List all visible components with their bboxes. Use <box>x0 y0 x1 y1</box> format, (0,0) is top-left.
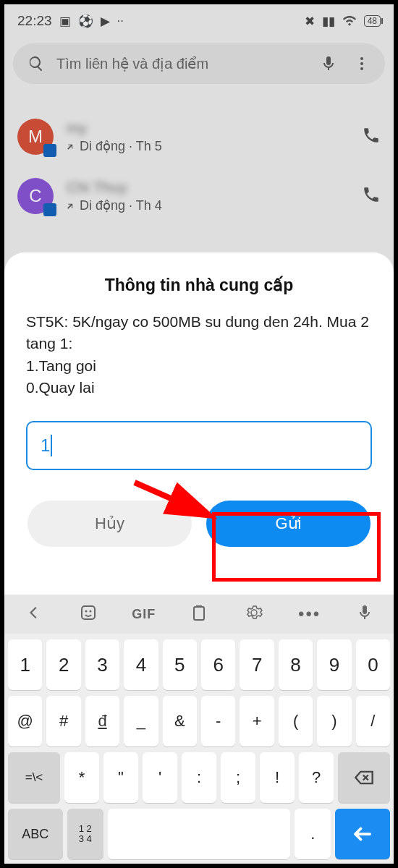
key[interactable]: 9 <box>317 639 351 690</box>
keyboard-row: @ # đ _ & - + ( ) / <box>8 696 390 746</box>
contact-subline: Di động · Th 4 <box>67 197 362 213</box>
kbd-settings-icon[interactable] <box>232 604 276 625</box>
call-icon[interactable] <box>362 185 381 207</box>
avatar: C <box>17 178 54 214</box>
status-time: 22:23 <box>17 13 52 29</box>
key[interactable]: & <box>163 696 197 746</box>
key[interactable]: 6 <box>201 639 235 690</box>
key[interactable]: 2 <box>46 639 80 690</box>
avatar: M <box>17 119 54 155</box>
key[interactable]: ( <box>279 696 313 746</box>
kbd-gif-button[interactable]: GIF <box>122 607 166 622</box>
cancel-button[interactable]: Hủy <box>27 501 192 547</box>
key[interactable]: + <box>240 696 274 746</box>
kbd-clipboard-icon[interactable] <box>177 604 221 625</box>
signal-icon: ▮▮ <box>322 14 335 29</box>
send-button[interactable]: Gửi <box>206 501 371 547</box>
incoming-icon <box>67 141 77 151</box>
mic-icon[interactable] <box>320 55 337 72</box>
key[interactable]: 3 <box>85 639 119 690</box>
key[interactable]: 1 <box>8 639 42 690</box>
key[interactable]: ' <box>143 752 177 803</box>
wifi-icon <box>342 12 357 30</box>
contact-row[interactable]: M my Di động · Th 5 <box>17 107 381 166</box>
svg-point-6 <box>90 610 92 612</box>
key[interactable]: đ <box>85 696 119 746</box>
key-numpad[interactable]: 1 2 3 4 <box>67 809 103 859</box>
key[interactable]: 0 <box>356 639 390 690</box>
key[interactable]: ; <box>221 752 255 803</box>
input-value: 1 <box>41 435 50 456</box>
more-dots-icon: ·· <box>117 14 124 28</box>
soccer-icon: ⚽ <box>78 14 93 29</box>
call-icon[interactable] <box>362 126 381 148</box>
video-icon: ▶ <box>101 14 110 29</box>
key[interactable]: ! <box>260 752 295 803</box>
svg-rect-7 <box>194 607 204 620</box>
key[interactable]: # <box>46 696 80 746</box>
search-bar[interactable]: Tìm liên hệ và địa điểm <box>13 43 385 84</box>
kbd-back-icon[interactable] <box>12 604 55 625</box>
text-cursor <box>51 435 52 456</box>
kbd-mic-icon[interactable] <box>343 604 386 625</box>
status-bar: 22:23 ▣ ⚽ ▶ ·· ✖ ▮▮ 48 <box>4 4 394 38</box>
kbd-sticker-icon[interactable] <box>67 604 110 625</box>
key[interactable]: 5 <box>163 639 197 690</box>
key[interactable]: 7 <box>240 639 274 690</box>
key-abc[interactable]: ABC <box>8 809 63 859</box>
keyboard-row: ABC 1 2 3 4 . <box>8 809 390 859</box>
key[interactable]: : <box>182 752 216 803</box>
kbd-more-icon[interactable]: ••• <box>288 604 331 624</box>
battery-icon: 48 <box>364 15 381 27</box>
key-enter[interactable] <box>335 809 390 859</box>
contact-name: my <box>67 119 362 137</box>
search-placeholder: Tìm liên hệ và địa điểm <box>56 55 320 72</box>
keyboard-row: =\< * " ' : ; ! ? <box>8 752 390 803</box>
svg-point-0 <box>360 57 363 60</box>
key-space[interactable] <box>108 809 290 859</box>
key-backspace[interactable] <box>338 752 390 803</box>
contact-subline: Di động · Th 5 <box>67 138 362 154</box>
incoming-icon <box>67 200 77 210</box>
key[interactable]: @ <box>8 696 42 746</box>
key[interactable]: ? <box>299 752 334 803</box>
svg-point-1 <box>360 62 363 65</box>
message-icon: ▣ <box>59 14 71 29</box>
key[interactable]: * <box>64 752 99 803</box>
keyboard: GIF ••• 1 2 3 4 5 6 7 8 9 0 @ # đ <box>4 595 394 864</box>
contact-list: M my Di động · Th 5 C Chi Thuy Di động ·… <box>4 90 394 226</box>
key[interactable]: - <box>201 696 235 746</box>
svg-point-5 <box>85 610 88 612</box>
dialog-title: Thông tin nhà cung cấp <box>26 276 372 295</box>
svg-rect-4 <box>82 606 95 619</box>
contact-name: Chi Thuy <box>67 179 362 196</box>
key[interactable]: " <box>103 752 138 803</box>
contact-row[interactable]: C Chi Thuy Di động · Th 4 <box>17 166 381 226</box>
menu-dots-icon[interactable] <box>353 55 371 72</box>
key-period[interactable]: . <box>295 809 331 859</box>
key[interactable]: 4 <box>124 639 158 690</box>
dialog-input[interactable]: 1 <box>26 421 372 470</box>
key[interactable]: _ <box>124 696 158 746</box>
dialog-body: ST5K: 5K/ngay co 500MB su dung den 24h. … <box>26 311 372 399</box>
key-symbols[interactable]: =\< <box>8 752 60 803</box>
key[interactable]: / <box>356 696 390 746</box>
svg-point-2 <box>360 67 363 70</box>
phone-frame: 22:23 ▣ ⚽ ▶ ·· ✖ ▮▮ 48 Tìm liên hệ và đị… <box>0 0 398 868</box>
keyboard-row: 1 2 3 4 5 6 7 8 9 0 <box>8 639 390 690</box>
mute-icon: ✖ <box>305 14 315 29</box>
key[interactable]: 8 <box>279 639 313 690</box>
key[interactable]: ) <box>317 696 351 746</box>
keyboard-toolbar: GIF ••• <box>4 595 394 634</box>
search-icon <box>27 55 45 72</box>
